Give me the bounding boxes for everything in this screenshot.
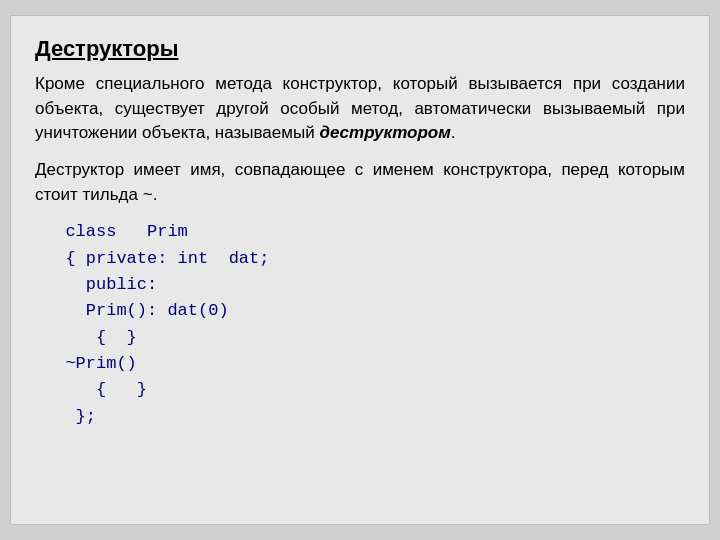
slide-container: Деструкторы Кроме специального метода ко…: [10, 15, 710, 525]
destructor-word: деструктором: [319, 123, 450, 142]
code-block: class Prim { private: int dat; public: P…: [35, 219, 685, 430]
paragraph-1: Кроме специального метода конструктор, к…: [35, 72, 685, 146]
slide-title: Деструкторы: [35, 36, 685, 62]
code-line-1: class Prim: [45, 219, 685, 245]
code-line-6: ~Prim(): [45, 351, 685, 377]
code-line-4: Prim(): dat(0): [45, 298, 685, 324]
code-line-2: { private: int dat;: [45, 246, 685, 272]
paragraph-2: Деструктор имеет имя, совпадающее с имен…: [35, 158, 685, 207]
code-line-5: { }: [45, 325, 685, 351]
code-line-3: public:: [45, 272, 685, 298]
period: .: [451, 123, 456, 142]
code-line-7: { }: [45, 377, 685, 403]
code-line-8: };: [45, 404, 685, 430]
